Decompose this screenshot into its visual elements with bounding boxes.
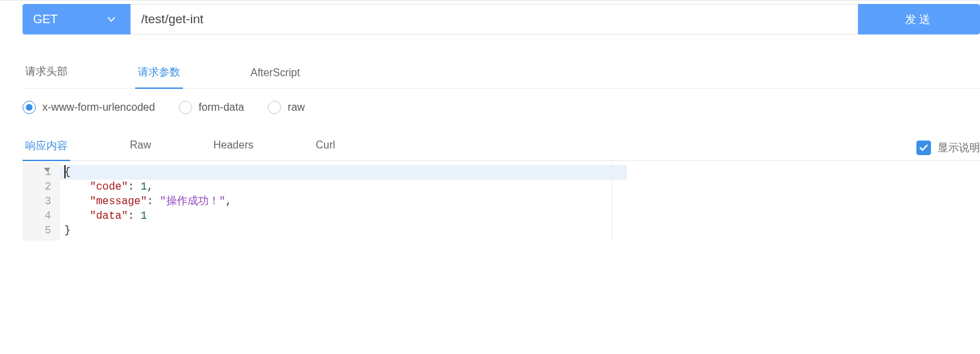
- code-line[interactable]: {: [64, 165, 623, 180]
- tab-request-params[interactable]: 请求参数: [135, 66, 183, 89]
- chevron-down-icon: [107, 15, 116, 24]
- send-button[interactable]: 发送: [858, 4, 980, 34]
- request-bar: GET 发送: [23, 4, 980, 34]
- response-header-row: 响应内容 Raw Headers Curl 显示说明: [23, 139, 980, 161]
- tab-request-headers[interactable]: 请求头部: [23, 65, 70, 88]
- code-gutter: 12345: [23, 162, 60, 241]
- tab-response-headers[interactable]: Headers: [211, 139, 256, 160]
- radio-raw[interactable]: raw: [268, 101, 305, 114]
- line-number: 3: [23, 194, 51, 209]
- checkbox-checked-icon: [916, 141, 931, 155]
- line-number: 4: [23, 209, 51, 223]
- send-button-label: 发送: [905, 12, 933, 27]
- line-number: 1: [23, 165, 51, 180]
- tab-response-raw[interactable]: Raw: [127, 139, 154, 160]
- url-input[interactable]: [131, 4, 858, 34]
- http-method-value: GET: [33, 13, 58, 27]
- body-content-type-group: x-www-form-urlencoded form-data raw: [23, 101, 980, 119]
- tab-response-body[interactable]: 响应内容: [23, 139, 70, 161]
- line-number: 5: [23, 223, 51, 238]
- radio-urlencoded[interactable]: x-www-form-urlencoded: [23, 101, 155, 114]
- code-area[interactable]: { "code": 1, "message": "操作成功！", "data":…: [60, 162, 627, 241]
- radio-icon: [268, 101, 281, 114]
- code-line[interactable]: "code": 1,: [64, 180, 623, 194]
- radio-form-data[interactable]: form-data: [179, 101, 244, 114]
- tab-afterscript[interactable]: AfterScript: [248, 67, 303, 88]
- text-cursor: [64, 165, 66, 178]
- response-code-editor[interactable]: 12345 { "code": 1, "message": "操作成功！", "…: [23, 162, 980, 241]
- fold-caret-icon[interactable]: [44, 168, 50, 172]
- panel-divider: [612, 162, 612, 241]
- show-description-label: 显示说明: [938, 141, 980, 155]
- code-line[interactable]: "message": "操作成功！",: [64, 194, 623, 209]
- radio-icon: [179, 101, 192, 114]
- radio-icon: [23, 101, 36, 114]
- tab-response-curl[interactable]: Curl: [313, 139, 338, 160]
- http-method-select[interactable]: GET: [23, 4, 131, 34]
- response-tabs: 响应内容 Raw Headers Curl: [23, 139, 395, 160]
- code-line[interactable]: }: [64, 223, 623, 238]
- code-line[interactable]: "data": 1: [64, 209, 623, 223]
- line-number: 2: [23, 180, 51, 194]
- show-description-toggle[interactable]: 显示说明: [916, 141, 980, 160]
- request-tabs: 请求头部 请求参数 AfterScript: [23, 61, 980, 89]
